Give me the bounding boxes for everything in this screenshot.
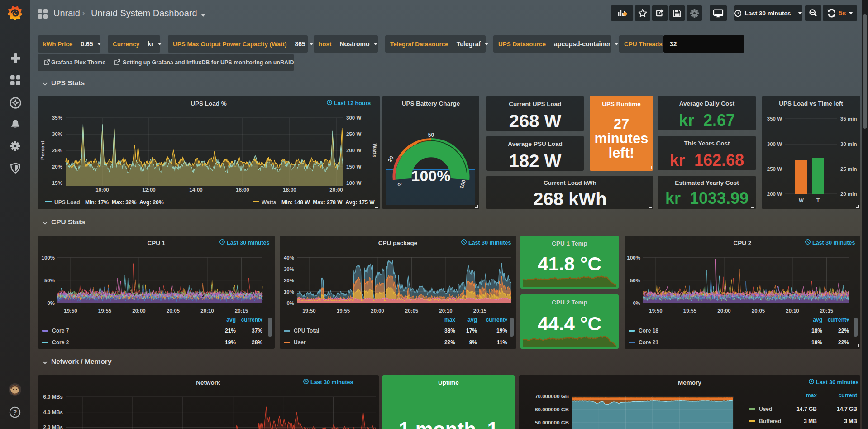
- svg-text:2.0 MBs: 2.0 MBs: [43, 424, 63, 429]
- svg-text:300 W: 300 W: [767, 141, 782, 147]
- svg-text:19:55: 19:55: [98, 308, 112, 313]
- svg-text:Watts: Watts: [262, 199, 277, 206]
- svg-text:20:05: 20:05: [405, 308, 419, 313]
- svg-text:Core 7: Core 7: [52, 328, 69, 334]
- svg-text:Core 2: Core 2: [52, 339, 69, 346]
- svg-text:Used: Used: [759, 406, 772, 412]
- svg-text:100%: 100%: [42, 255, 55, 260]
- svg-text:20:05: 20:05: [752, 308, 765, 313]
- svg-text:20:00: 20:00: [329, 187, 343, 193]
- svg-text:18%: 18%: [811, 339, 822, 346]
- svg-text:CPU Total: CPU Total: [294, 328, 319, 334]
- svg-text:0%: 0%: [47, 300, 55, 306]
- svg-text:20%: 20%: [284, 278, 294, 283]
- svg-text:20:15: 20:15: [473, 308, 487, 313]
- svg-text:350 W: 350 W: [767, 116, 782, 121]
- svg-text:?: ?: [13, 409, 17, 416]
- svg-text:11%: 11%: [497, 339, 508, 346]
- svg-text:CPU package: CPU package: [378, 240, 418, 246]
- svg-text:UPS Load: UPS Load: [54, 199, 80, 206]
- svg-text:30%: 30%: [52, 131, 62, 137]
- svg-text:16:00: 16:00: [236, 187, 249, 193]
- svg-text:50.000000 GB: 50.000000 GB: [535, 420, 569, 425]
- svg-text:current: current: [839, 392, 857, 399]
- svg-text:avg: avg: [467, 317, 477, 323]
- svg-text:20%: 20%: [52, 164, 62, 169]
- svg-text:current▾: current▾: [828, 317, 849, 323]
- svg-text:17%: 17%: [466, 328, 477, 334]
- svg-text:10:00: 10:00: [95, 187, 109, 193]
- svg-text:50%: 50%: [630, 278, 640, 283]
- svg-text:21%: 21%: [225, 328, 236, 334]
- svg-text:W: W: [799, 198, 804, 203]
- svg-text:250 W: 250 W: [767, 166, 782, 172]
- svg-text:User: User: [294, 339, 306, 346]
- svg-text:19:55: 19:55: [683, 308, 697, 313]
- svg-text:100%: 100%: [411, 167, 451, 184]
- svg-text:60.000000 GB: 60.000000 GB: [535, 407, 569, 412]
- svg-text:Last 30 minutes: Last 30 minutes: [468, 240, 511, 246]
- svg-text:20:15: 20:15: [235, 308, 248, 313]
- svg-text:20: 20: [386, 155, 395, 164]
- svg-text:19%: 19%: [496, 328, 507, 334]
- svg-text:22%: 22%: [838, 339, 849, 346]
- svg-text:Percent: Percent: [40, 141, 45, 160]
- svg-text:Min: 17% Max: 32% Avg: 20%: Min: 17% Max: 32% Avg: 20%: [85, 199, 164, 206]
- svg-text:Last 30 minutes: Last 30 minutes: [816, 379, 859, 386]
- svg-text:25%: 25%: [52, 148, 62, 153]
- svg-text:30 min: 30 min: [840, 141, 857, 147]
- svg-text:70.000000 GB: 70.000000 GB: [535, 394, 569, 399]
- svg-text:20:10: 20:10: [439, 308, 452, 313]
- svg-text:150 W: 150 W: [346, 164, 361, 169]
- svg-text:Last 30 minutes: Last 30 minutes: [227, 240, 270, 246]
- svg-text:18%: 18%: [811, 328, 822, 334]
- svg-text:Watts: Watts: [372, 144, 377, 158]
- svg-text:35%: 35%: [52, 115, 62, 121]
- svg-text:18:00: 18:00: [283, 187, 296, 193]
- svg-text:22%: 22%: [838, 328, 849, 334]
- svg-text:14.7 GB: 14.7 GB: [837, 406, 857, 412]
- svg-text:14:00: 14:00: [189, 187, 202, 193]
- svg-text:Min: 148 W Max: 278 W Avg: 1: Min: 148 W Max: 278 W Avg: 175 W: [281, 199, 375, 206]
- svg-text:max: max: [444, 317, 455, 323]
- svg-text:100 W: 100 W: [346, 180, 361, 186]
- svg-text:20 min: 20 min: [840, 191, 857, 197]
- svg-text:UPS Battery Charge: UPS Battery Charge: [402, 100, 460, 107]
- svg-text:Last 30 minutes: Last 30 minutes: [812, 240, 855, 246]
- svg-text:4.0 MBs: 4.0 MBs: [43, 410, 63, 415]
- svg-text:20:15: 20:15: [820, 308, 834, 313]
- svg-text:20:05: 20:05: [167, 308, 180, 313]
- svg-text:37%: 37%: [252, 328, 262, 334]
- svg-text:40%: 40%: [284, 255, 294, 260]
- svg-text:T: T: [816, 198, 820, 203]
- svg-text:Buffered: Buffered: [759, 418, 781, 424]
- svg-text:19:50: 19:50: [64, 308, 77, 313]
- svg-text:UPS Load %: UPS Load %: [191, 100, 227, 107]
- svg-text:20:00: 20:00: [371, 308, 384, 313]
- svg-text:200 W: 200 W: [346, 148, 361, 153]
- svg-text:Last 12 hours: Last 12 hours: [334, 100, 371, 106]
- svg-text:30%: 30%: [284, 266, 294, 272]
- svg-text:CPU 1: CPU 1: [148, 240, 166, 246]
- svg-text:10%: 10%: [284, 289, 294, 294]
- svg-text:20:00: 20:00: [717, 308, 730, 313]
- svg-text:20:10: 20:10: [200, 308, 214, 313]
- svg-text:0%: 0%: [286, 300, 294, 306]
- svg-text:UPS Load vs Time left: UPS Load vs Time left: [779, 100, 843, 107]
- svg-text:250 W: 250 W: [346, 131, 361, 137]
- svg-text:25 min: 25 min: [840, 166, 857, 172]
- svg-text:50%: 50%: [44, 278, 55, 283]
- svg-text:Core 18: Core 18: [639, 328, 658, 334]
- svg-text:50: 50: [428, 132, 434, 138]
- svg-text:3 MB: 3 MB: [804, 418, 817, 424]
- svg-text:300 W: 300 W: [346, 115, 361, 121]
- svg-text:3 MB: 3 MB: [844, 418, 857, 424]
- svg-text:Last 30 minutes: Last 30 minutes: [310, 379, 353, 386]
- svg-text:avg: avg: [813, 317, 822, 323]
- svg-text:100%: 100%: [627, 255, 640, 260]
- svg-text:22%: 22%: [444, 339, 455, 346]
- svg-text:6.0 MBs: 6.0 MBs: [43, 394, 63, 400]
- svg-text:12:00: 12:00: [142, 187, 155, 193]
- svg-text:15%: 15%: [52, 180, 62, 186]
- svg-text:Memory: Memory: [678, 379, 701, 386]
